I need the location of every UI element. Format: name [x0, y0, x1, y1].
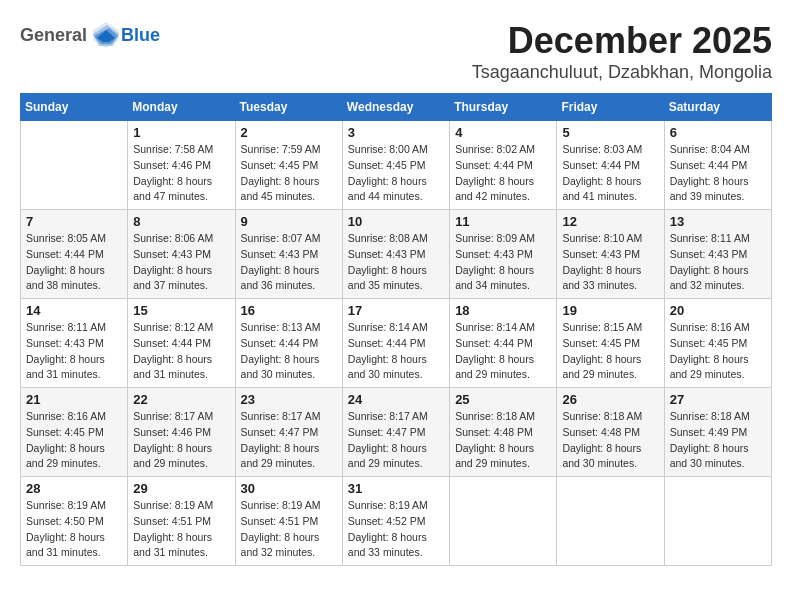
- day-number: 28: [26, 481, 122, 496]
- day-number: 20: [670, 303, 766, 318]
- day-cell: 12Sunrise: 8:10 AMSunset: 4:43 PMDayligh…: [557, 210, 664, 299]
- logo-icon: [91, 20, 121, 50]
- weekday-friday: Friday: [557, 94, 664, 121]
- day-number: 15: [133, 303, 229, 318]
- day-info: Sunrise: 8:00 AMSunset: 4:45 PMDaylight:…: [348, 142, 444, 205]
- day-number: 5: [562, 125, 658, 140]
- day-number: 11: [455, 214, 551, 229]
- day-info: Sunrise: 8:19 AMSunset: 4:50 PMDaylight:…: [26, 498, 122, 561]
- day-info: Sunrise: 8:12 AMSunset: 4:44 PMDaylight:…: [133, 320, 229, 383]
- day-number: 13: [670, 214, 766, 229]
- day-number: 29: [133, 481, 229, 496]
- weekday-header: SundayMondayTuesdayWednesdayThursdayFrid…: [21, 94, 772, 121]
- logo-general: General: [20, 25, 87, 46]
- day-info: Sunrise: 8:18 AMSunset: 4:48 PMDaylight:…: [562, 409, 658, 472]
- day-info: Sunrise: 8:04 AMSunset: 4:44 PMDaylight:…: [670, 142, 766, 205]
- day-cell: 29Sunrise: 8:19 AMSunset: 4:51 PMDayligh…: [128, 477, 235, 566]
- day-number: 12: [562, 214, 658, 229]
- weekday-sunday: Sunday: [21, 94, 128, 121]
- day-cell: 30Sunrise: 8:19 AMSunset: 4:51 PMDayligh…: [235, 477, 342, 566]
- day-info: Sunrise: 8:18 AMSunset: 4:49 PMDaylight:…: [670, 409, 766, 472]
- day-info: Sunrise: 8:02 AMSunset: 4:44 PMDaylight:…: [455, 142, 551, 205]
- day-cell: 22Sunrise: 8:17 AMSunset: 4:46 PMDayligh…: [128, 388, 235, 477]
- day-number: 23: [241, 392, 337, 407]
- day-number: 6: [670, 125, 766, 140]
- day-info: Sunrise: 8:17 AMSunset: 4:46 PMDaylight:…: [133, 409, 229, 472]
- header: General Blue December 2025 Tsagaanchuluu…: [20, 20, 772, 83]
- day-cell: 14Sunrise: 8:11 AMSunset: 4:43 PMDayligh…: [21, 299, 128, 388]
- day-cell: 6Sunrise: 8:04 AMSunset: 4:44 PMDaylight…: [664, 121, 771, 210]
- day-number: 17: [348, 303, 444, 318]
- day-number: 10: [348, 214, 444, 229]
- day-info: Sunrise: 8:10 AMSunset: 4:43 PMDaylight:…: [562, 231, 658, 294]
- day-number: 7: [26, 214, 122, 229]
- day-info: Sunrise: 8:11 AMSunset: 4:43 PMDaylight:…: [26, 320, 122, 383]
- day-cell: 4Sunrise: 8:02 AMSunset: 4:44 PMDaylight…: [450, 121, 557, 210]
- day-cell: 21Sunrise: 8:16 AMSunset: 4:45 PMDayligh…: [21, 388, 128, 477]
- day-number: 14: [26, 303, 122, 318]
- calendar-body: 1Sunrise: 7:58 AMSunset: 4:46 PMDaylight…: [21, 121, 772, 566]
- day-info: Sunrise: 8:14 AMSunset: 4:44 PMDaylight:…: [455, 320, 551, 383]
- day-info: Sunrise: 8:06 AMSunset: 4:43 PMDaylight:…: [133, 231, 229, 294]
- day-cell: 20Sunrise: 8:16 AMSunset: 4:45 PMDayligh…: [664, 299, 771, 388]
- day-number: 16: [241, 303, 337, 318]
- day-cell: 16Sunrise: 8:13 AMSunset: 4:44 PMDayligh…: [235, 299, 342, 388]
- day-cell: [557, 477, 664, 566]
- weekday-wednesday: Wednesday: [342, 94, 449, 121]
- day-number: 2: [241, 125, 337, 140]
- logo: General Blue: [20, 20, 160, 50]
- day-info: Sunrise: 8:18 AMSunset: 4:48 PMDaylight:…: [455, 409, 551, 472]
- day-cell: 3Sunrise: 8:00 AMSunset: 4:45 PMDaylight…: [342, 121, 449, 210]
- day-number: 18: [455, 303, 551, 318]
- day-info: Sunrise: 8:08 AMSunset: 4:43 PMDaylight:…: [348, 231, 444, 294]
- title-section: December 2025 Tsagaanchuluut, Dzabkhan, …: [472, 20, 772, 83]
- day-cell: 8Sunrise: 8:06 AMSunset: 4:43 PMDaylight…: [128, 210, 235, 299]
- month-title: December 2025: [472, 20, 772, 62]
- day-number: 24: [348, 392, 444, 407]
- day-cell: 11Sunrise: 8:09 AMSunset: 4:43 PMDayligh…: [450, 210, 557, 299]
- day-info: Sunrise: 8:16 AMSunset: 4:45 PMDaylight:…: [26, 409, 122, 472]
- day-cell: 15Sunrise: 8:12 AMSunset: 4:44 PMDayligh…: [128, 299, 235, 388]
- weekday-monday: Monday: [128, 94, 235, 121]
- location-title: Tsagaanchuluut, Dzabkhan, Mongolia: [472, 62, 772, 83]
- day-cell: 9Sunrise: 8:07 AMSunset: 4:43 PMDaylight…: [235, 210, 342, 299]
- day-info: Sunrise: 8:17 AMSunset: 4:47 PMDaylight:…: [348, 409, 444, 472]
- day-cell: 25Sunrise: 8:18 AMSunset: 4:48 PMDayligh…: [450, 388, 557, 477]
- week-row-4: 21Sunrise: 8:16 AMSunset: 4:45 PMDayligh…: [21, 388, 772, 477]
- day-number: 22: [133, 392, 229, 407]
- weekday-saturday: Saturday: [664, 94, 771, 121]
- day-cell: 26Sunrise: 8:18 AMSunset: 4:48 PMDayligh…: [557, 388, 664, 477]
- day-number: 25: [455, 392, 551, 407]
- day-cell: [21, 121, 128, 210]
- weekday-tuesday: Tuesday: [235, 94, 342, 121]
- day-info: Sunrise: 8:05 AMSunset: 4:44 PMDaylight:…: [26, 231, 122, 294]
- logo-blue: Blue: [121, 25, 160, 46]
- day-info: Sunrise: 8:07 AMSunset: 4:43 PMDaylight:…: [241, 231, 337, 294]
- day-info: Sunrise: 8:11 AMSunset: 4:43 PMDaylight:…: [670, 231, 766, 294]
- day-cell: 27Sunrise: 8:18 AMSunset: 4:49 PMDayligh…: [664, 388, 771, 477]
- day-number: 9: [241, 214, 337, 229]
- calendar: SundayMondayTuesdayWednesdayThursdayFrid…: [20, 93, 772, 566]
- day-cell: 10Sunrise: 8:08 AMSunset: 4:43 PMDayligh…: [342, 210, 449, 299]
- day-number: 4: [455, 125, 551, 140]
- day-number: 3: [348, 125, 444, 140]
- day-cell: 7Sunrise: 8:05 AMSunset: 4:44 PMDaylight…: [21, 210, 128, 299]
- day-info: Sunrise: 8:13 AMSunset: 4:44 PMDaylight:…: [241, 320, 337, 383]
- day-info: Sunrise: 7:59 AMSunset: 4:45 PMDaylight:…: [241, 142, 337, 205]
- day-cell: 1Sunrise: 7:58 AMSunset: 4:46 PMDaylight…: [128, 121, 235, 210]
- day-info: Sunrise: 8:19 AMSunset: 4:52 PMDaylight:…: [348, 498, 444, 561]
- day-cell: 24Sunrise: 8:17 AMSunset: 4:47 PMDayligh…: [342, 388, 449, 477]
- week-row-3: 14Sunrise: 8:11 AMSunset: 4:43 PMDayligh…: [21, 299, 772, 388]
- day-info: Sunrise: 8:19 AMSunset: 4:51 PMDaylight:…: [133, 498, 229, 561]
- day-cell: 19Sunrise: 8:15 AMSunset: 4:45 PMDayligh…: [557, 299, 664, 388]
- day-info: Sunrise: 8:14 AMSunset: 4:44 PMDaylight:…: [348, 320, 444, 383]
- day-cell: [450, 477, 557, 566]
- day-info: Sunrise: 8:19 AMSunset: 4:51 PMDaylight:…: [241, 498, 337, 561]
- day-number: 1: [133, 125, 229, 140]
- day-cell: 13Sunrise: 8:11 AMSunset: 4:43 PMDayligh…: [664, 210, 771, 299]
- day-number: 27: [670, 392, 766, 407]
- day-info: Sunrise: 8:16 AMSunset: 4:45 PMDaylight:…: [670, 320, 766, 383]
- day-cell: 17Sunrise: 8:14 AMSunset: 4:44 PMDayligh…: [342, 299, 449, 388]
- day-info: Sunrise: 8:15 AMSunset: 4:45 PMDaylight:…: [562, 320, 658, 383]
- day-info: Sunrise: 8:09 AMSunset: 4:43 PMDaylight:…: [455, 231, 551, 294]
